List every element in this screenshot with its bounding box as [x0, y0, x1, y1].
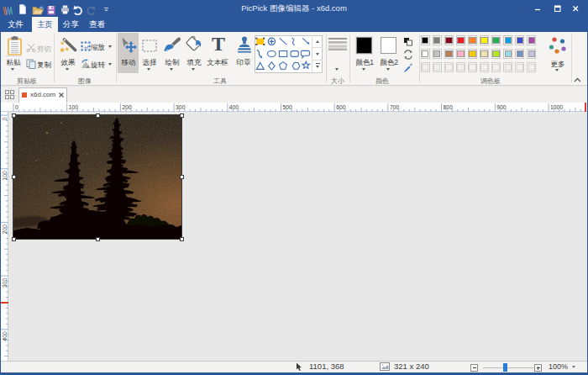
svg-text:400: 400	[229, 104, 239, 110]
svg-text:200: 200	[122, 104, 132, 110]
svg-text:900: 900	[496, 104, 507, 110]
svg-text:300: 300	[176, 104, 186, 110]
svg-text:700: 700	[390, 104, 400, 110]
svg-text:200: 200	[2, 224, 8, 235]
svg-text:400: 400	[2, 331, 8, 341]
svg-text:0: 0	[2, 117, 8, 120]
svg-text:100: 100	[69, 104, 79, 110]
svg-text:0: 0	[15, 104, 18, 110]
svg-text:1000: 1000	[550, 104, 563, 110]
svg-text:500: 500	[283, 104, 293, 110]
svg-text:600: 600	[336, 104, 346, 110]
svg-text:800: 800	[444, 104, 454, 110]
svg-text:300: 300	[2, 277, 8, 288]
svg-text:100: 100	[2, 171, 8, 181]
